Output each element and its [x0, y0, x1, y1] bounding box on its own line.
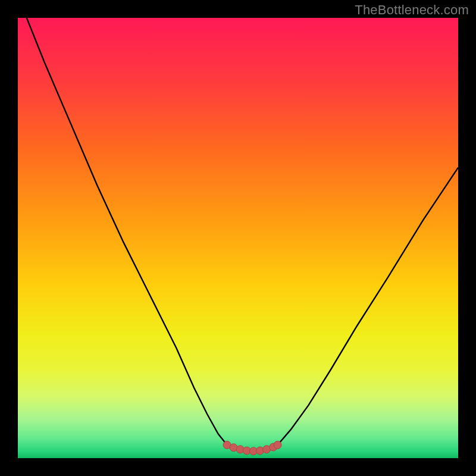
plot-area [18, 18, 458, 458]
valley-marker [274, 441, 281, 449]
gradient-background [18, 18, 458, 458]
chart-svg [18, 18, 458, 458]
watermark-text: TheBottleneck.com [355, 2, 469, 18]
chart-frame: TheBottleneck.com [0, 0, 476, 476]
